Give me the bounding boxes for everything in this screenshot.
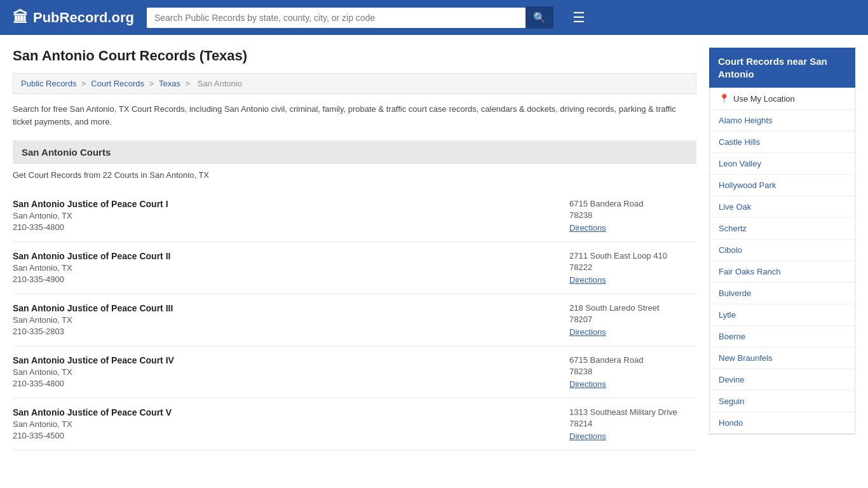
court-info: San Antonio Justice of Peace Court IV Sa…	[13, 355, 557, 389]
sidebar-header: Court Records near San Antonio	[709, 48, 855, 88]
main-content: San Antonio Court Records (Texas) Public…	[0, 35, 868, 451]
court-name: San Antonio Justice of Peace Court V	[13, 407, 557, 417]
use-location-label: Use My Location	[733, 94, 795, 104]
court-name: San Antonio Justice of Peace Court III	[13, 303, 557, 313]
sidebar-location-item[interactable]: Leon Valley	[710, 153, 855, 175]
court-street: 6715 Bandera Road	[569, 199, 696, 208]
courts-list: San Antonio Justice of Peace Court I San…	[13, 190, 696, 451]
sidebar-location-item[interactable]: Live Oak	[710, 196, 855, 218]
use-my-location[interactable]: 📍 Use My Location	[710, 88, 855, 110]
court-entry: San Antonio Justice of Peace Court II Sa…	[13, 242, 696, 294]
page-title: San Antonio Court Records (Texas)	[13, 48, 696, 64]
court-city: San Antonio, TX	[13, 211, 557, 220]
court-name: San Antonio Justice of Peace Court II	[13, 251, 557, 261]
court-entry: San Antonio Justice of Peace Court I San…	[13, 190, 696, 242]
court-entry: San Antonio Justice of Peace Court IV Sa…	[13, 346, 696, 398]
court-name: San Antonio Justice of Peace Court IV	[13, 355, 557, 365]
sidebar-location-item[interactable]: Seguin	[710, 391, 855, 412]
court-street: 6715 Bandera Road	[569, 355, 696, 365]
court-info: San Antonio Justice of Peace Court III S…	[13, 303, 557, 337]
court-address: 1313 Southeast Military Drive 78214 Dire…	[569, 407, 696, 441]
sidebar-location-item[interactable]: Fair Oaks Ranch	[710, 261, 855, 283]
court-zip: 78207	[569, 315, 696, 324]
courts-section-header: San Antonio Courts	[13, 140, 696, 164]
breadcrumb-public-records[interactable]: Public Records	[21, 79, 76, 88]
directions-link[interactable]: Directions	[569, 275, 606, 285]
court-entry: San Antonio Justice of Peace Court V San…	[13, 398, 696, 451]
court-address: 218 South Laredo Street 78207 Directions	[569, 303, 696, 337]
court-info: San Antonio Justice of Peace Court II Sa…	[13, 251, 557, 285]
right-sidebar: Court Records near San Antonio 📍 Use My …	[709, 48, 855, 451]
court-zip: 78238	[569, 367, 696, 376]
site-header: 🏛 PubRecord.org 🔍 ☰	[0, 0, 868, 35]
breadcrumb-court-records[interactable]: Court Records	[91, 79, 144, 88]
sidebar-location-item[interactable]: Boerne	[710, 326, 855, 348]
directions-link[interactable]: Directions	[569, 379, 606, 389]
sidebar-location-item[interactable]: Lytle	[710, 304, 855, 326]
logo-icon: 🏛	[13, 9, 28, 27]
sidebar-location-item[interactable]: Schertz	[710, 218, 855, 240]
sidebar-location-item[interactable]: Devine	[710, 369, 855, 391]
court-city: San Antonio, TX	[13, 315, 557, 325]
search-bar: 🔍	[147, 6, 553, 29]
breadcrumb-sep-3: >	[186, 79, 193, 88]
page-description: Search for free San Antonio, TX Court Re…	[13, 103, 696, 128]
directions-link[interactable]: Directions	[569, 223, 606, 233]
menu-icon[interactable]: ☰	[573, 10, 585, 26]
court-zip: 78238	[569, 210, 696, 220]
court-street: 2711 South East Loop 410	[569, 251, 696, 261]
sidebar-location-item[interactable]: New Braunfels	[710, 348, 855, 369]
court-street: 218 South Laredo Street	[569, 303, 696, 313]
breadcrumb-sep-1: >	[81, 79, 88, 88]
sidebar-location-item[interactable]: Hondo	[710, 412, 855, 434]
court-address: 2711 South East Loop 410 78222 Direction…	[569, 251, 696, 285]
court-info: San Antonio Justice of Peace Court V San…	[13, 407, 557, 441]
location-icon: 📍	[719, 93, 729, 104]
courts-count: Get Court Records from 22 Courts in San …	[13, 170, 696, 180]
breadcrumb-sep-2: >	[149, 79, 156, 88]
court-street: 1313 Southeast Military Drive	[569, 407, 696, 417]
breadcrumb-texas[interactable]: Texas	[159, 79, 180, 88]
court-zip: 78222	[569, 262, 696, 272]
sidebar-location-item[interactable]: Alamo Heights	[710, 110, 855, 132]
court-info: San Antonio Justice of Peace Court I San…	[13, 199, 557, 233]
court-city: San Antonio, TX	[13, 419, 557, 429]
court-address: 6715 Bandera Road 78238 Directions	[569, 199, 696, 233]
search-button[interactable]: 🔍	[526, 6, 553, 29]
court-city: San Antonio, TX	[13, 263, 557, 273]
court-zip: 78214	[569, 419, 696, 428]
court-phone: 210-335-4500	[13, 431, 557, 440]
directions-link[interactable]: Directions	[569, 431, 606, 441]
court-entry: San Antonio Justice of Peace Court III S…	[13, 294, 696, 346]
court-address: 6715 Bandera Road 78238 Directions	[569, 355, 696, 389]
court-phone: 210-335-2803	[13, 327, 557, 336]
breadcrumb-san-antonio: San Antonio	[198, 79, 242, 88]
sidebar-location-item[interactable]: Cibolo	[710, 240, 855, 261]
sidebar-list: 📍 Use My Location Alamo HeightsCastle Hi…	[709, 88, 855, 435]
court-phone: 210-335-4800	[13, 379, 557, 388]
logo-text: PubRecord.org	[33, 10, 134, 26]
directions-link[interactable]: Directions	[569, 327, 606, 337]
breadcrumb: Public Records > Court Records > Texas >…	[13, 73, 696, 94]
court-city: San Antonio, TX	[13, 367, 557, 377]
logo[interactable]: 🏛 PubRecord.org	[13, 9, 134, 27]
left-panel: San Antonio Court Records (Texas) Public…	[13, 48, 696, 451]
court-phone: 210-335-4900	[13, 274, 557, 284]
court-name: San Antonio Justice of Peace Court I	[13, 199, 557, 209]
sidebar-location-item[interactable]: Bulverde	[710, 283, 855, 304]
sidebar-location-item[interactable]: Castle Hills	[710, 132, 855, 153]
sidebar-location-item[interactable]: Hollywood Park	[710, 175, 855, 196]
court-phone: 210-335-4800	[13, 222, 557, 232]
search-input[interactable]	[147, 8, 526, 28]
